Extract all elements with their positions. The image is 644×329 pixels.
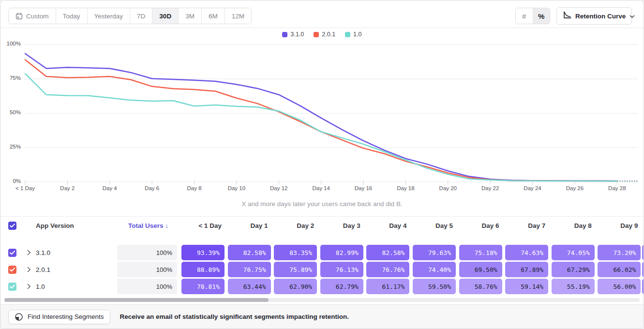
series-line-3.1.0 — [25, 54, 617, 181]
horizontal-scrollbar-thumb[interactable] — [4, 298, 269, 302]
retention-cell[interactable]: 82.58% — [228, 245, 271, 260]
column--1-day[interactable]: < 1 Day — [181, 217, 225, 235]
x-tick-label: < 1 Day — [10, 185, 41, 191]
x-tick-label: Day 16 — [348, 185, 379, 191]
expand-chevron-icon[interactable] — [27, 245, 31, 260]
retention-cell[interactable]: 83.35% — [274, 245, 317, 260]
app-version-label: 2.0.1 — [36, 262, 50, 277]
retention-cell[interactable]: 63.44% — [228, 279, 271, 294]
retention-cell[interactable]: 62.90% — [274, 279, 317, 294]
y-tick-label: 0% — [3, 178, 21, 184]
column-day-2[interactable]: Day 2 — [274, 217, 317, 235]
retention-cell[interactable]: 74.40% — [413, 262, 456, 277]
x-tick-label: Day 20 — [433, 185, 464, 191]
retention-cell[interactable]: 75.18% — [459, 245, 502, 260]
footer-bar: Find Interesting Segments Receive an ema… — [0, 304, 644, 329]
total-users-cell: 100% — [117, 245, 177, 260]
retention-cell[interactable]: 82.99% — [320, 245, 363, 260]
x-tick-label: Day 2 — [52, 185, 83, 191]
row-checkbox-3.1.0[interactable] — [8, 249, 16, 257]
retention-cell[interactable]: 61.17% — [366, 279, 409, 294]
retention-cell[interactable]: 76.75% — [228, 262, 271, 277]
y-tick-label: 25% — [3, 144, 21, 150]
horizontal-scrollbar-track[interactable] — [4, 298, 640, 302]
retention-line-chart — [0, 0, 644, 213]
x-tick-label: Day 28 — [601, 185, 632, 191]
retention-cell[interactable]: 62.79% — [320, 279, 363, 294]
column-day-5[interactable]: Day 5 — [413, 217, 456, 235]
column-day-7[interactable]: Day 7 — [505, 217, 548, 235]
x-tick-label: Day 12 — [263, 185, 294, 191]
footer-message: Receive an email of statistically signif… — [120, 313, 349, 320]
x-tick-label: Day 6 — [136, 185, 167, 191]
column-day-9[interactable]: Day 9 — [598, 217, 641, 235]
x-tick-label: Day 4 — [94, 185, 125, 191]
column-day-6[interactable]: Day 6 — [459, 217, 502, 235]
retention-cell[interactable]: 59.14% — [505, 279, 548, 294]
app-version-label: 3.1.0 — [36, 245, 50, 260]
x-tick-label: Day 24 — [517, 185, 548, 191]
expand-chevron-icon[interactable] — [27, 279, 31, 294]
row-checkbox-1.0[interactable] — [8, 283, 16, 291]
find-interesting-segments-label: Find Interesting Segments — [28, 313, 104, 320]
select-all-checkbox[interactable] — [8, 222, 16, 230]
series-line-2.0.1 — [25, 60, 617, 181]
find-interesting-segments-button[interactable]: Find Interesting Segments — [8, 310, 110, 324]
column-day-4[interactable]: Day 4 — [366, 217, 409, 235]
y-tick-label: 75% — [3, 75, 21, 81]
retention-cell[interactable]: 76.76% — [366, 262, 409, 277]
retention-cell-clipped[interactable] — [642, 245, 644, 260]
total-users-cell: 100% — [117, 279, 177, 294]
column-total-users[interactable]: Total Users ↓ — [117, 217, 177, 235]
table-row-1.0: 1.0100%78.81%63.44%62.90%62.79%61.17%59.… — [0, 279, 644, 294]
app-version-label: 1.0 — [36, 279, 45, 294]
y-tick-label: 50% — [3, 109, 21, 115]
y-tick-label: 100% — [3, 41, 21, 46]
x-tick-label: Day 22 — [475, 185, 506, 191]
x-tick-label: Day 26 — [559, 185, 590, 191]
retention-cell[interactable]: 75.89% — [274, 262, 317, 277]
retention-cell[interactable]: 82.58% — [366, 245, 409, 260]
table-row-3.1.0: 3.1.0100%93.39%82.58%83.35%82.99%82.58%7… — [0, 245, 644, 260]
chart-subtitle: X and more days later your users came ba… — [0, 200, 644, 208]
retention-cell-clipped[interactable] — [642, 279, 644, 294]
series-line-1.0 — [25, 74, 617, 181]
retention-cell[interactable]: 73.20% — [598, 245, 641, 260]
row-checkbox-2.0.1[interactable] — [8, 266, 16, 274]
total-users-cell: 100% — [117, 262, 177, 277]
column-day-8[interactable]: Day 8 — [552, 217, 595, 235]
retention-cell[interactable]: 93.39% — [181, 245, 225, 260]
retention-cell[interactable]: 67.29% — [552, 262, 595, 277]
column-day-1[interactable]: Day 1 — [228, 217, 271, 235]
retention-cell[interactable]: 78.81% — [181, 279, 225, 294]
retention-cell[interactable]: 67.89% — [505, 262, 548, 277]
segments-pie-icon — [15, 313, 23, 321]
retention-cell[interactable]: 58.76% — [459, 279, 502, 294]
x-tick-label: Day 8 — [179, 185, 210, 191]
retention-cell[interactable]: 74.05% — [552, 245, 595, 260]
x-tick-label: Day 10 — [221, 185, 252, 191]
retention-cell[interactable]: 76.13% — [320, 262, 363, 277]
retention-cell-clipped[interactable] — [642, 262, 644, 277]
retention-cell[interactable]: 74.63% — [505, 245, 548, 260]
table-header: App Version Total Users ↓ < 1 DayDay 1Da… — [0, 217, 644, 235]
retention-cell[interactable]: 88.89% — [181, 262, 225, 277]
column-app-version: App Version — [36, 217, 74, 235]
x-tick-label: Day 18 — [390, 185, 421, 191]
column-day-3[interactable]: Day 3 — [320, 217, 363, 235]
retention-cell[interactable]: 55.19% — [552, 279, 595, 294]
retention-cell[interactable]: 59.50% — [413, 279, 456, 294]
x-tick-label: Day 14 — [306, 185, 337, 191]
expand-chevron-icon[interactable] — [27, 262, 31, 277]
retention-cell[interactable]: 56.00% — [598, 279, 641, 294]
table-row-2.0.1: 2.0.1100%88.89%76.75%75.89%76.13%76.76%7… — [0, 262, 644, 277]
retention-report: CustomTodayYesterday7D30D3M6M12M #% Rete… — [0, 0, 644, 329]
retention-cell[interactable]: 69.50% — [459, 262, 502, 277]
retention-cell[interactable]: 66.02% — [598, 262, 641, 277]
retention-cell[interactable]: 79.63% — [413, 245, 456, 260]
